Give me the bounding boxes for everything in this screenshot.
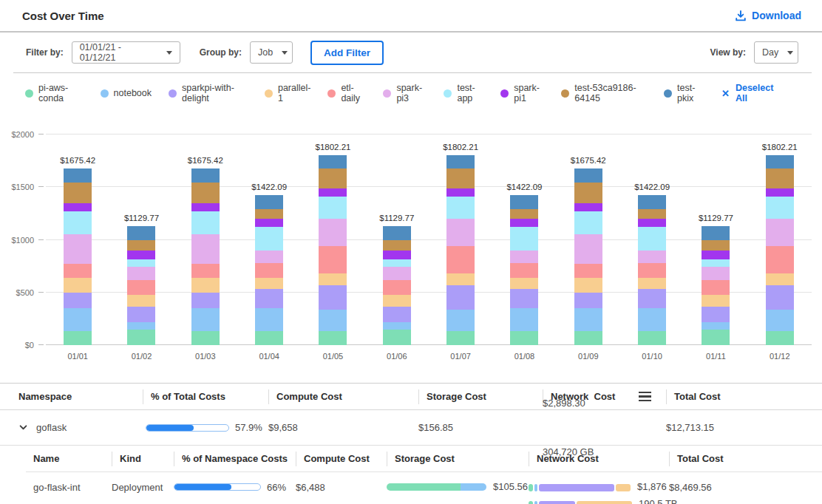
legend-item-pi-aws-conda[interactable]: pi-aws-conda <box>25 83 84 103</box>
y-tick <box>38 186 44 187</box>
column-header-pct-namespace: % of Namespace Costs <box>168 452 290 466</box>
bar-segment-etl-daily <box>191 264 220 278</box>
table-row[interactable]: go-flask-int Deployment 66% $6,488 $105.… <box>26 472 822 504</box>
bar-segment-test-app <box>64 211 92 235</box>
bar-segment-test-53ca9186-64145 <box>64 183 92 203</box>
mini-bar-segment <box>577 501 632 504</box>
bar-segment-parallel-1 <box>510 278 538 289</box>
bar-segment-spark-pi1 <box>127 251 155 259</box>
legend-item-spark-pi3[interactable]: spark-pi3 <box>383 83 427 103</box>
bar-segment-spark-pi1 <box>255 219 283 227</box>
group-by-select[interactable]: Job <box>250 41 293 64</box>
namespace-name: goflask <box>36 422 67 433</box>
divider <box>666 389 667 404</box>
bar-segment-test-53ca9186-64145 <box>127 240 155 251</box>
legend-item-test-53ca9186-64145[interactable]: test-53ca9186-64145 <box>561 83 647 103</box>
bar-total-label: $1129.77 <box>124 214 159 222</box>
column-header-compute: Compute Cost <box>262 389 412 404</box>
legend-item-test-pkix[interactable]: test-pkix <box>664 83 704 103</box>
x-axis-label: 01/05 <box>301 352 364 361</box>
bar-segment-etl-daily <box>383 280 411 295</box>
legend-item-test-app[interactable]: test-app <box>444 83 483 103</box>
bar-segment-notebook <box>638 308 666 331</box>
bar-segment-sparkpi-with-delight <box>127 307 155 322</box>
legend-dot-icon <box>25 89 33 98</box>
chevron-down-icon <box>166 51 172 55</box>
add-filter-button[interactable]: Add Filter <box>310 41 384 65</box>
bar-segment-test-pkix <box>319 155 347 168</box>
pct-namespace-cell: 66% <box>168 472 290 493</box>
bar-segment-test-app <box>127 259 155 267</box>
view-by-select[interactable]: Day <box>754 41 798 64</box>
column-header-kind: Kind <box>106 452 168 466</box>
bar-segment-parallel-1 <box>191 278 220 293</box>
bar-total-label: $1802.21 <box>762 143 798 151</box>
bar-segment-test-53ca9186-64145 <box>574 183 602 203</box>
bar-segment-test-pkix <box>574 168 602 183</box>
bar-segment-notebook <box>319 310 347 331</box>
chart-bar-01/03[interactable]: $1675.42 <box>174 134 237 345</box>
bar-segment-test-app <box>446 197 475 219</box>
bar-segment-test-app <box>574 211 602 235</box>
chart-bar-01/11[interactable]: $1129.77 <box>684 134 747 345</box>
network-volume-value: 190.5 TB <box>639 499 678 504</box>
download-button[interactable]: Download <box>730 9 806 22</box>
bar-segment-test-app <box>255 227 283 251</box>
bar-segment-test-app <box>702 259 730 267</box>
legend-item-etl-daily[interactable]: etl-daily <box>327 83 366 103</box>
legend-item-sparkpi-with-delight[interactable]: sparkpi-with-delight <box>169 83 248 103</box>
bar-total-label: $1802.21 <box>443 143 478 151</box>
chart-bar-01/12[interactable]: $1802.21 <box>748 134 812 345</box>
legend-dot-icon <box>664 89 672 98</box>
chart-bar-01/07[interactable]: $1802.21 <box>429 134 492 345</box>
x-axis-label: 01/04 <box>237 352 301 361</box>
bar-total-label: $1422.09 <box>251 183 287 191</box>
bar-segment-test-53ca9186-64145 <box>766 168 794 188</box>
bar-segment-test-53ca9186-64145 <box>638 209 666 219</box>
filter-bar: Filter by: 01/01/21 - 01/12/21 Group by:… <box>0 33 822 72</box>
chart-bar-01/04[interactable]: $1422.09 <box>237 134 301 345</box>
legend-item-notebook[interactable]: notebook <box>101 88 152 98</box>
chart-bar-01/05[interactable]: $1802.21 <box>301 134 364 345</box>
bar-segment-notebook <box>127 322 155 330</box>
chevron-down-icon[interactable] <box>18 423 28 432</box>
bar-segment-test-pkix <box>191 168 220 183</box>
bar-segment-test-pkix <box>127 226 155 240</box>
table-row[interactable]: goflask 57.9% $9,658 $156.85 $2,898.30 3… <box>0 410 822 446</box>
bar-segment-parallel-1 <box>446 273 475 285</box>
bar-total-label: $1675.42 <box>188 156 223 165</box>
network-cost-value: $2,898.30 <box>543 395 594 412</box>
bar-segment-test-pkix <box>638 195 666 208</box>
chart-bar-01/06[interactable]: $1129.77 <box>365 134 429 345</box>
bar-segment-sparkpi-with-delight <box>383 307 411 322</box>
x-axis-label: 01/01 <box>46 352 109 361</box>
chart-bar-01/08[interactable]: $1422.09 <box>492 134 556 345</box>
legend-item-spark-pi1[interactable]: spark-pi1 <box>500 83 544 103</box>
divider <box>418 389 419 404</box>
pct-namespace-value: 66% <box>267 482 286 493</box>
legend-dot-icon <box>327 89 336 98</box>
column-header-storage: Storage Cost <box>381 452 523 466</box>
bar-segment-etl-daily <box>64 264 92 278</box>
date-range-select[interactable]: 01/01/21 - 01/12/21 <box>72 41 180 64</box>
chart-bar-01/09[interactable]: $1675.42 <box>557 134 620 345</box>
bar-segment-spark-pi3 <box>64 234 92 264</box>
workload-name-cell: go-flask-int <box>26 472 106 493</box>
chart-bar-01/02[interactable]: $1129.77 <box>109 134 173 345</box>
bar-segment-sparkpi-with-delight <box>702 307 730 322</box>
chart-bar-01/01[interactable]: $1675.42 <box>46 134 109 345</box>
stacked-bar <box>766 155 794 345</box>
mini-bar-segment <box>461 483 486 491</box>
deselect-all-button[interactable]: ✕ Deselect All <box>721 83 778 103</box>
y-axis-label: $2000 <box>11 130 34 139</box>
chevron-down-icon <box>787 51 793 55</box>
storage-cost-cell: $156.85 <box>412 422 537 433</box>
divider <box>112 452 112 466</box>
compute-cost-cell: $9,658 <box>262 422 412 433</box>
chart-bar-01/10[interactable]: $1422.09 <box>620 134 684 345</box>
legend-dot-icon <box>169 89 177 98</box>
bar-segment-etl-daily <box>510 263 538 277</box>
legend-item-parallel-1[interactable]: parallel-1 <box>265 83 310 103</box>
y-axis-label: $0 <box>25 341 34 350</box>
bar-segment-notebook <box>255 308 283 331</box>
